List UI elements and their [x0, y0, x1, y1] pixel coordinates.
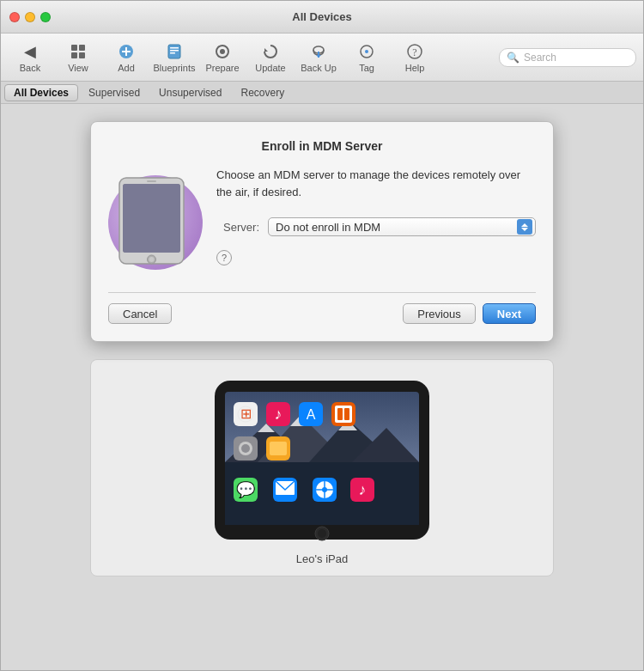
window-title: All Devices	[292, 10, 351, 23]
back-icon: ◀	[21, 42, 39, 61]
ipad-container: ⊞ ♪ A	[193, 374, 451, 546]
svg-rect-3	[79, 52, 85, 58]
svg-text:💬: 💬	[236, 480, 256, 499]
ipad-svg: ⊞ ♪ A	[197, 376, 447, 544]
svg-rect-9	[170, 50, 179, 52]
svg-marker-16	[316, 55, 321, 58]
backup-button[interactable]: Back Up	[296, 38, 341, 77]
update-icon	[261, 42, 280, 61]
modal-body: Choose an MDM server to manage the devic…	[108, 167, 536, 278]
device-illustration	[108, 167, 203, 278]
help-button[interactable]: ? Help	[392, 38, 437, 77]
svg-point-18	[365, 50, 368, 53]
tag-button[interactable]: Tag	[344, 38, 389, 77]
titlebar: All Devices	[1, 1, 643, 34]
modal-description: Choose an MDM server to manage the devic…	[216, 167, 536, 200]
tabbar: All Devices Supervised Unsupervised Reco…	[1, 82, 643, 104]
next-button[interactable]: Next	[483, 303, 536, 324]
svg-text:A: A	[307, 407, 316, 422]
modal-content: Choose an MDM server to manage the devic…	[216, 167, 536, 278]
toolbar: ◀ Back View Add Blueprints Prepare	[1, 34, 643, 82]
tablet-illustration	[115, 174, 197, 272]
search-bar[interactable]: 🔍 Search	[499, 48, 636, 67]
help-row: ?	[216, 250, 536, 265]
svg-rect-1	[79, 45, 85, 51]
modal-title: Enroll in MDM Server	[108, 139, 536, 153]
svg-point-51	[241, 444, 250, 453]
device-card: ⊞ ♪ A	[90, 359, 554, 576]
svg-rect-26	[147, 180, 156, 182]
svg-rect-6	[122, 51, 131, 52]
svg-text:♪: ♪	[359, 481, 367, 498]
add-icon	[117, 42, 136, 61]
prepare-button[interactable]: Prepare	[200, 38, 245, 77]
previous-button[interactable]: Previous	[403, 303, 476, 324]
svg-text:⊞: ⊞	[240, 406, 252, 421]
svg-point-25	[149, 257, 154, 262]
traffic-lights	[9, 12, 51, 22]
tab-all-devices[interactable]: All Devices	[4, 84, 78, 101]
svg-rect-2	[71, 52, 77, 58]
tab-supervised[interactable]: Supervised	[80, 84, 149, 101]
server-label: Server:	[216, 221, 259, 234]
svg-text:♪: ♪	[275, 406, 283, 423]
main-content: Enroll in MDM Server	[1, 104, 643, 670]
view-button[interactable]: View	[56, 38, 100, 77]
minimize-button[interactable]	[25, 12, 35, 22]
svg-text:?: ?	[412, 46, 416, 58]
device-name-label: Leo's iPad	[296, 552, 348, 565]
svg-point-12	[220, 49, 225, 54]
view-icon	[69, 42, 88, 61]
modal-dialog: Enroll in MDM Server	[90, 121, 554, 342]
help-icon: ?	[405, 42, 424, 61]
close-button[interactable]	[9, 12, 20, 22]
server-form-row: Server: Do not enroll in MDM	[216, 217, 536, 236]
svg-rect-7	[168, 45, 180, 58]
backup-icon	[309, 42, 328, 61]
svg-rect-10	[170, 52, 175, 54]
maximize-button[interactable]	[40, 12, 51, 22]
svg-rect-47	[337, 408, 343, 420]
blueprints-button[interactable]: Blueprints	[152, 38, 197, 77]
svg-rect-8	[170, 47, 179, 49]
nav-buttons: Previous Next	[403, 303, 536, 324]
search-icon: 🔍	[507, 52, 519, 64]
svg-rect-0	[71, 45, 77, 51]
main-window: All Devices ◀ Back View Add Blueprints	[0, 0, 644, 671]
svg-rect-23	[123, 184, 180, 253]
update-button[interactable]: Update	[248, 38, 293, 77]
tag-icon	[357, 42, 376, 61]
tab-recovery[interactable]: Recovery	[232, 84, 293, 101]
add-button[interactable]: Add	[104, 38, 149, 77]
svg-point-62	[322, 487, 327, 492]
cancel-button[interactable]: Cancel	[108, 303, 172, 324]
svg-rect-48	[344, 408, 349, 420]
prepare-icon	[213, 42, 232, 61]
help-circle-icon[interactable]: ?	[216, 250, 232, 265]
server-select[interactable]: Do not enroll in MDM	[268, 217, 536, 236]
svg-marker-13	[264, 48, 268, 52]
modal-footer: Cancel Previous Next	[108, 292, 536, 324]
tab-unsupervised[interactable]: Unsupervised	[150, 84, 230, 101]
svg-point-66	[318, 529, 326, 538]
back-button[interactable]: ◀ Back	[8, 38, 52, 77]
server-select-wrapper: Do not enroll in MDM	[268, 217, 536, 236]
blueprints-icon	[165, 42, 184, 61]
svg-rect-53	[270, 442, 287, 455]
